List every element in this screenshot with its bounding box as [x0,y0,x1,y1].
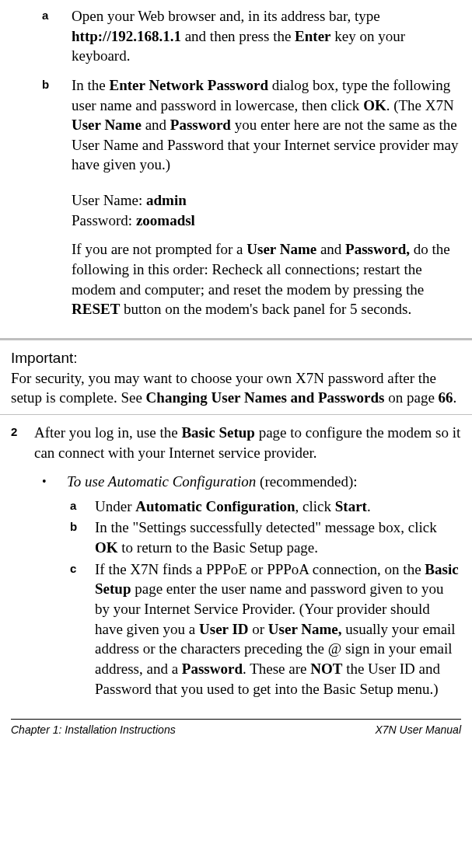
text: If you are not prompted for a [72,241,246,257]
text: and [316,241,345,257]
text: . [367,498,371,514]
user-name-label: User Name [72,117,142,133]
text: on page [384,389,438,406]
text: and then press the [181,28,295,44]
text: After you log in, use the [34,424,181,441]
divider-thick [0,338,472,340]
text: button on the modem's back panel for 5 s… [120,301,411,317]
step-2-body: After you log in, use the Basic Setup pa… [34,423,461,462]
sub-step-a: a Under Automatic Configuration, click S… [70,497,461,517]
password-value: zoomadsl [136,212,195,228]
password-label: Password [182,661,243,677]
text: . [453,389,457,406]
basic-setup-label: Basic Setup [181,424,255,441]
text: If the X7N finds a PPPoE or PPPoA connec… [95,561,425,577]
user-name-label: User Name [246,241,316,257]
step-b: b In the Enter Network Password dialog b… [42,75,461,327]
step-a-letter: a [42,6,72,66]
sub-a-body: Under Automatic Configuration, click Sta… [95,497,461,517]
sub-b-letter: b [70,518,95,557]
text: Under [95,498,135,514]
username-label: User Name: [72,192,146,208]
sub-a-letter: a [70,497,95,517]
user-id-label: User ID [199,621,249,637]
sub-c-body: If the X7N finds a PPPoE or PPPoA connec… [95,559,461,699]
bullet-italic: To use Automatic Configuration [67,473,256,490]
step-2-number: 2 [11,423,34,462]
page-number: 66 [439,389,453,406]
sub-c-letter: c [70,559,95,699]
auto-config-label: Automatic Configuration [135,498,295,514]
credentials-block: User Name: admin Password: zoomadsl [72,190,461,230]
step-a-body: Open your Web browser and, in its addres… [72,6,461,66]
step-a: a Open your Web browser and, in its addr… [42,6,461,66]
text: or [249,621,268,637]
sub-b-body: In the "Settings successfully detected" … [95,518,461,557]
text: In the "Settings successfully detected" … [95,519,437,535]
text: and [142,117,170,133]
step-b-body: In the Enter Network Password dialog box… [72,75,461,327]
ok-label: OK [363,97,386,113]
start-label: Start [335,498,367,514]
bullet-dot-icon: • [42,472,67,492]
footer-right: X7N User Manual [376,723,462,737]
text: . These are [243,661,310,677]
step-2: 2 After you log in, use the Basic Setup … [11,423,461,462]
changing-passwords-ref: Changing User Names and Passwords [146,389,385,406]
bullet-text: To use Automatic Configuration (recommen… [67,472,461,492]
important-block: Important: For security, you may want to… [11,348,461,408]
divider-thin [0,414,472,415]
step-b-letter: b [42,75,72,327]
ok-label: OK [95,539,118,556]
username-value: admin [146,192,187,208]
url: http://192.168.1.1 [72,28,181,44]
password-label: Password, [345,241,410,257]
important-heading: Important: [11,348,461,368]
page-footer: Chapter 1: Installation Instructions X7N… [11,723,461,737]
text: Open your Web browser and, in its addres… [72,8,380,24]
reset-label: RESET [72,301,120,317]
user-name-label: User Name, [268,621,342,637]
text: . (The X7N [386,97,454,113]
text: to return to the Basic Setup page. [118,539,319,556]
password-label: Password [170,117,231,133]
dialog-name: Enter Network Password [110,77,268,93]
not-label: NOT [310,661,342,677]
text: In the [72,77,110,93]
bullet-auto-config: • To use Automatic Configuration (recomm… [42,472,461,492]
password-label: Password: [72,212,136,228]
footer-left: Chapter 1: Installation Instructions [11,723,176,737]
enter-key: Enter [295,28,330,44]
footer-rule [11,719,461,720]
text: , click [295,498,335,514]
sub-step-c: c If the X7N finds a PPPoE or PPPoA conn… [70,559,461,699]
bullet-rest: (recommended): [256,473,357,490]
sub-step-b: b In the "Settings successfully detected… [70,518,461,557]
